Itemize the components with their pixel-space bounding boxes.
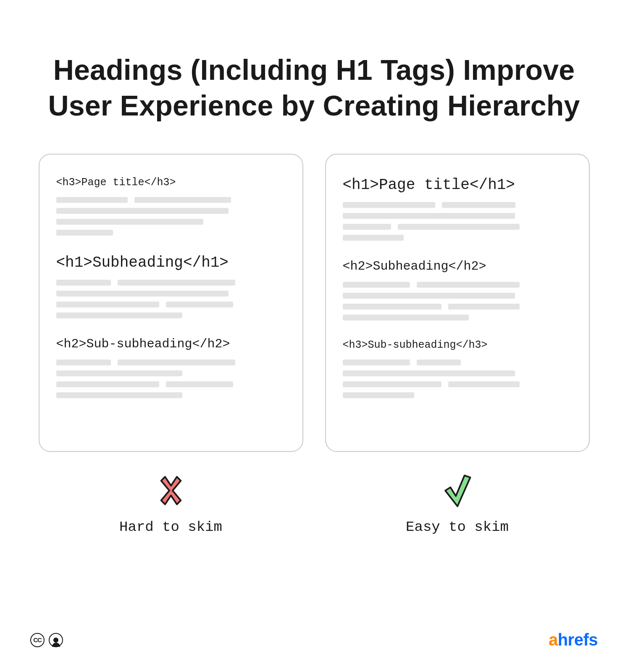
by-icon	[49, 633, 63, 647]
panel-hard-to-skim: <h3>Page title</h3><h1>Subheading</h1><h…	[39, 154, 303, 452]
content-block: <h3>Sub-subheading</h3>	[343, 339, 572, 398]
cross-icon	[153, 473, 189, 508]
main-title: Headings (Including H1 Tags) Improve Use…	[0, 19, 628, 123]
text-bars	[343, 282, 572, 320]
content-block: <h2>Subheading</h2>	[343, 259, 572, 320]
text-bars	[343, 202, 572, 241]
footer: CC ahrefs	[30, 630, 598, 649]
license-badges: CC	[30, 633, 63, 647]
comparison-row: <h3>Page title</h3><h1>Subheading</h1><h…	[0, 154, 628, 452]
heading-code: <h3>Sub-subheading</h3>	[343, 339, 572, 351]
heading-code: <h2>Subheading</h2>	[343, 259, 572, 273]
heading-code: <h3>Page title</h3>	[56, 176, 286, 189]
brand-rest: hrefs	[558, 630, 598, 649]
verdict-left: Hard to skim	[39, 473, 303, 535]
content-block: <h2>Sub-subheading</h2>	[56, 337, 286, 398]
verdict-right: Easy to skim	[325, 473, 590, 535]
content-block: <h1>Subheading</h1>	[56, 254, 286, 318]
check-icon	[440, 473, 475, 508]
verdict-row: Hard to skim Easy to skim	[0, 473, 628, 535]
heading-code: <h1>Subheading</h1>	[56, 254, 286, 271]
text-bars	[56, 360, 286, 398]
verdict-right-label: Easy to skim	[406, 519, 509, 535]
content-block: <h1>Page title</h1>	[343, 176, 572, 241]
cc-icon: CC	[30, 633, 45, 647]
text-bars	[56, 280, 286, 318]
heading-code: <h2>Sub-subheading</h2>	[56, 337, 286, 351]
text-bars	[56, 197, 286, 236]
verdict-left-label: Hard to skim	[119, 519, 222, 535]
content-block: <h3>Page title</h3>	[56, 176, 286, 236]
brand-logo: ahrefs	[549, 630, 598, 649]
brand-first: a	[549, 630, 558, 649]
heading-code: <h1>Page title</h1>	[343, 176, 572, 194]
text-bars	[343, 360, 572, 398]
panel-easy-to-skim: <h1>Page title</h1><h2>Subheading</h2><h…	[325, 154, 590, 452]
